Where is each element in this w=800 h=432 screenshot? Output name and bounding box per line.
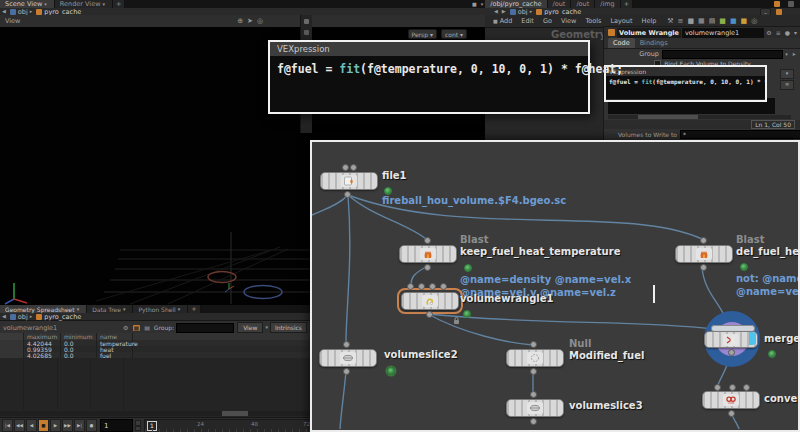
menu-layout[interactable]: Layout: [610, 17, 632, 25]
forward-icon[interactable]: ▶: [502, 9, 506, 14]
node-output-dot[interactable]: [530, 418, 537, 425]
vexpression-editor[interactable]: f@fuel = fit(f@temperature, 0, 10, 0, 1)…: [606, 76, 765, 99]
chevron-down-icon[interactable]: ▾: [102, 2, 105, 7]
search-icon[interactable]: ◎: [751, 18, 757, 25]
node-info-badge[interactable]: [384, 187, 392, 195]
color-swatch3-icon[interactable]: ■: [741, 18, 748, 25]
node-blast-keep[interactable]: [399, 245, 457, 263]
volumes-input[interactable]: *: [680, 130, 800, 139]
node-convert[interactable]: VDB: [702, 391, 760, 409]
node-blast-del[interactable]: [675, 245, 733, 263]
popup-code-line[interactable]: f@fuel = fit(f@temperature, 0, 10, 0, 1)…: [270, 56, 588, 76]
node-input-dot[interactable]: [729, 384, 736, 391]
breadcrumb-context[interactable]: obj: [18, 313, 28, 321]
table-row[interactable]: 4.02685 0.0 fuel: [0, 352, 310, 358]
node-info-badge[interactable]: [463, 310, 471, 318]
breadcrumb-node[interactable]: pyro_cache: [44, 313, 81, 321]
node-output-dot[interactable]: [700, 264, 707, 271]
node-info-badge[interactable]: [387, 367, 395, 375]
group-filter-input[interactable]: [176, 323, 234, 333]
pin-icon[interactable]: ●: [785, 30, 790, 36]
window-options-icon[interactable]: [788, 1, 794, 7]
node-info-badge[interactable]: [768, 350, 776, 358]
col-name[interactable]: name: [97, 333, 133, 340]
prev-frame-button[interactable]: ◀: [26, 419, 37, 432]
node-output-dot[interactable]: [344, 191, 351, 198]
cont-menu[interactable]: cont ▾: [441, 29, 467, 39]
swatch-icon[interactable]: ■: [687, 18, 694, 25]
node-output-dot[interactable]: [426, 311, 433, 318]
node-input-dot[interactable]: [418, 283, 425, 290]
snap-tool-icon[interactable]: ◎: [257, 18, 263, 25]
menu-tools[interactable]: Tools: [585, 17, 601, 25]
node-input-dot[interactable]: [700, 237, 707, 244]
menu-edit[interactable]: Edit: [521, 17, 534, 25]
new-tab-button[interactable]: +: [188, 305, 200, 313]
back-icon[interactable]: ◀: [2, 9, 6, 14]
node-input-dot[interactable]: [407, 283, 414, 290]
tab-data-tree[interactable]: Data Tree▾: [87, 305, 133, 313]
stop-button[interactable]: ■: [38, 419, 49, 432]
next-keyframe-button[interactable]: ▶▶: [62, 419, 73, 432]
chevron-down-icon[interactable]: ▾: [794, 30, 797, 36]
menu-view[interactable]: View: [561, 17, 576, 25]
node-input-dot[interactable]: [342, 164, 349, 171]
node-info-badge[interactable]: [740, 263, 748, 271]
window-layout-icon[interactable]: [774, 1, 780, 7]
network-editor-callout[interactable]: file1 fireball_hou_volume.$F4.bgeo.sc Bl…: [310, 140, 800, 432]
chevron-down-icon[interactable]: ▾: [481, 2, 484, 7]
grid-icon[interactable]: ▦: [698, 18, 705, 25]
play-button[interactable]: ▶: [50, 419, 61, 432]
points-mode-icon[interactable]: ⚙: [123, 325, 128, 331]
node-input-dot[interactable]: [714, 384, 721, 391]
persp-menu[interactable]: Persp ▾: [408, 29, 437, 39]
node-output-dot[interactable]: [424, 264, 431, 271]
loop-button[interactable]: ●: [86, 419, 97, 432]
node-input-dot[interactable]: [530, 341, 537, 348]
node-volumewrangle1[interactable]: [401, 292, 459, 310]
tab-img[interactable]: /img: [595, 0, 620, 8]
gear-icon[interactable]: ⚙: [766, 30, 771, 36]
move-tool-icon[interactable]: ⊕: [237, 18, 243, 25]
menu-go[interactable]: Go: [543, 17, 552, 25]
new-tab-button[interactable]: +: [621, 0, 633, 8]
group-input[interactable]: [662, 50, 783, 59]
intrinsics-button[interactable]: Intrinsics: [270, 322, 307, 333]
node-input-dot[interactable]: [743, 384, 750, 391]
node-volumeslice2[interactable]: [319, 349, 377, 367]
node-input-dot[interactable]: [343, 341, 350, 348]
new-tab-button[interactable]: +: [113, 0, 125, 8]
node-input-dot[interactable]: [350, 164, 357, 171]
merge-bypass-flag[interactable]: [749, 332, 756, 345]
back-icon[interactable]: ◀: [2, 314, 6, 319]
node-output-dot[interactable]: [530, 368, 537, 375]
spreadsheet-table[interactable]: maximum minimum name 4.42044 0.0 tempera…: [0, 333, 310, 411]
jump-start-button[interactable]: |◀: [2, 419, 13, 432]
prims-mode-icon[interactable]: ▦: [133, 325, 141, 331]
col-maximum[interactable]: maximum: [24, 333, 61, 340]
menu-help[interactable]: Help: [642, 17, 657, 25]
tab-bindings[interactable]: Bindings: [635, 38, 673, 48]
chevron-down-icon[interactable]: ▾: [785, 52, 788, 57]
tab-code[interactable]: Code: [608, 38, 635, 48]
pane-menu-icon[interactable]: ■: [472, 2, 477, 7]
node-output-dot[interactable]: [728, 410, 735, 417]
jump-end-button[interactable]: ▶|: [74, 419, 85, 432]
frame-spinner[interactable]: [135, 420, 141, 431]
menu-add[interactable]: Add: [500, 17, 513, 25]
grid2-icon[interactable]: ▤: [709, 18, 716, 25]
color-swatch2-icon[interactable]: ■: [730, 18, 737, 25]
list-icon[interactable]: ≡: [776, 30, 781, 36]
node-modified-fuel[interactable]: [506, 349, 564, 367]
current-frame-field[interactable]: 1: [100, 419, 133, 432]
back-icon[interactable]: ◀: [494, 9, 498, 14]
detail-mode-icon[interactable]: ▤: [144, 325, 150, 331]
col-minimum[interactable]: minimum: [61, 333, 97, 340]
chevron-down-icon[interactable]: ▾: [265, 325, 268, 330]
node-input-dot[interactable]: [424, 237, 431, 244]
viewport-view-menu[interactable]: View: [5, 17, 20, 25]
editor-snippets-icon[interactable]: ≡: [780, 80, 794, 90]
tools-icon[interactable]: ⚒: [667, 18, 673, 25]
node-output-dot[interactable]: [728, 349, 735, 356]
node-input-dot[interactable]: [440, 283, 447, 290]
